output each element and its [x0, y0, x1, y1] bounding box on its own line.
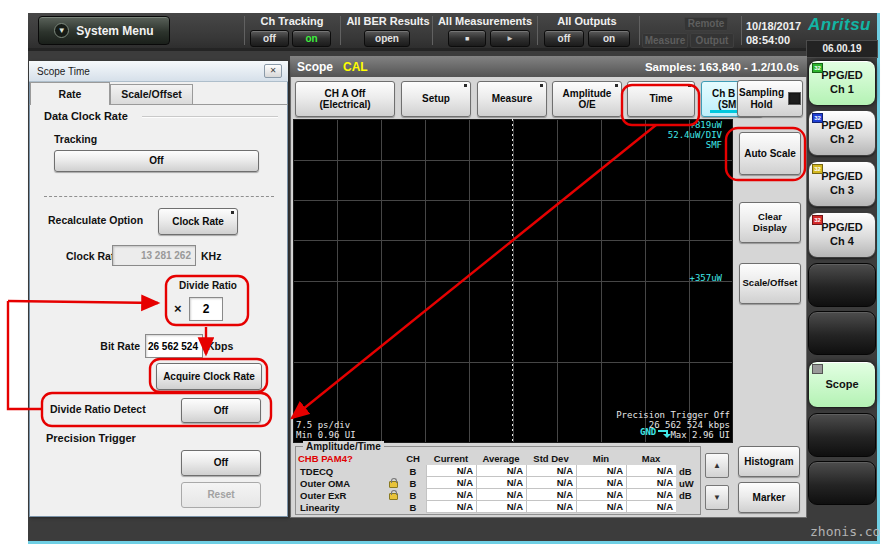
cell-max: N/A: [626, 465, 676, 477]
toolbar-amplitude-oe-button[interactable]: Amplitude O/E: [552, 81, 622, 117]
histogram-button[interactable]: Histogram: [738, 446, 800, 477]
clear-display-button[interactable]: Clear Display: [739, 202, 801, 243]
cell-min: N/A: [576, 501, 626, 513]
system-menu-dropdown-icon: ▼: [54, 23, 69, 38]
toolbar-measure-button[interactable]: Measure: [477, 81, 547, 117]
all-measurements-label: All Measurements: [436, 15, 534, 27]
auto-scale-button[interactable]: Auto Scale: [739, 132, 801, 175]
bit-rate-label: Bit Rate: [92, 340, 140, 352]
col-max: Max: [626, 453, 676, 464]
ch-tracking-on-button[interactable]: on: [292, 30, 331, 47]
play-icon: ►: [506, 34, 514, 43]
row-unit: dB: [676, 466, 700, 477]
cal-indicator: CAL: [343, 60, 368, 74]
toolbar-time-button[interactable]: Time: [627, 81, 695, 117]
scale-offset-button[interactable]: Scale/Offset: [739, 263, 801, 304]
close-icon: ✕: [270, 66, 277, 75]
graticule-center-line: [512, 119, 513, 443]
col-min: Min: [576, 453, 626, 464]
table-scroll-up-button[interactable]: ▲: [705, 453, 729, 478]
cell-current: N/A: [426, 501, 476, 513]
topbar-separator: [741, 16, 742, 45]
tab-scale-offset[interactable]: Scale/Offset: [110, 84, 193, 105]
cell-max: N/A: [626, 489, 676, 501]
date-display: 10/18/2017: [746, 20, 801, 32]
table-row: Linearity B N/A N/A N/A N/A N/A: [298, 501, 700, 513]
all-measurements-stop-button[interactable]: ■: [448, 30, 486, 47]
amplitude-line1: Amplitude: [563, 88, 612, 100]
ch3-label-line1: PPG/ED: [821, 170, 863, 184]
acquire-clock-rate-button[interactable]: Acquire Clock Rate: [156, 363, 262, 390]
row-name: Outer OMA: [298, 478, 386, 489]
sampling-hold-label: Sampling Hold: [739, 87, 784, 110]
sidebar-empty-slot: [808, 461, 876, 505]
toolbar-cha-button[interactable]: CH A Off (Electrical): [295, 81, 395, 117]
divide-ratio-detect-button[interactable]: Off: [181, 398, 261, 423]
all-measurements-start-button[interactable]: ►: [490, 30, 530, 47]
topbar-separator: [340, 16, 341, 45]
gnd-label: GND: [640, 427, 656, 437]
measure-status-label: Measure: [642, 33, 688, 48]
dialog-title-bar[interactable]: Scope Time: [29, 61, 288, 82]
ch2-label-line2: Ch 2: [830, 133, 854, 147]
bit-rate-unit: Kbps: [207, 340, 233, 352]
ch1-label-line1: PPG/ED: [821, 69, 863, 83]
sidebar-tab-ppged-ch4[interactable]: 32 PPG/ED Ch 4: [808, 212, 876, 258]
sampling-hold-indicator[interactable]: [788, 92, 801, 105]
ch1-label-line2: Ch 1: [830, 83, 854, 97]
cell-stddev: N/A: [526, 501, 576, 513]
all-ber-results-label: All BER Results: [344, 15, 432, 27]
output-status-label: Output: [690, 33, 734, 48]
precision-trigger-reset-button[interactable]: Reset: [181, 482, 261, 508]
row-unit: uW: [676, 478, 700, 489]
table-group-label: CHB PAM4?: [298, 453, 400, 464]
heading-rule: [142, 116, 278, 118]
cell-stddev: N/A: [526, 477, 576, 489]
all-outputs-off-button[interactable]: off: [544, 30, 584, 47]
all-ber-open-button[interactable]: open: [364, 30, 410, 47]
table-scroll-down-button[interactable]: ▼: [705, 485, 729, 510]
trace-scale-readout: +819uW 52.4uW/DIV SMF: [580, 120, 722, 150]
bit-rate-input[interactable]: 26 562 524: [145, 334, 203, 358]
sidebar-tab-ppged-ch2[interactable]: 32 PPG/ED Ch 2: [808, 110, 876, 156]
measure-label: Measure: [492, 93, 533, 105]
all-outputs-on-button[interactable]: on: [588, 30, 630, 47]
sidebar-empty-slot: [808, 311, 876, 355]
sidebar-tab-ppged-ch1[interactable]: 32 PPG/ED Ch 1: [808, 60, 876, 106]
data-clock-rate-heading: Data Clock Rate: [44, 110, 128, 122]
ch1-module-badge: 32: [812, 63, 823, 73]
dialog-close-button[interactable]: ✕: [264, 64, 282, 78]
amplitude-time-legend: Amplitude/Time: [303, 441, 384, 452]
marker-level-readout: +357uW: [620, 273, 722, 283]
cell-min: N/A: [576, 465, 626, 477]
amplitude-line2: O/E: [578, 99, 595, 111]
sampling-line2: Hold: [750, 99, 772, 110]
system-menu-button[interactable]: ▼ System Menu: [38, 16, 170, 45]
cell-average: N/A: [476, 489, 526, 501]
cell-current: N/A: [426, 465, 476, 477]
sampling-hold-button[interactable]: Sampling Hold: [737, 80, 803, 117]
row-ch: B: [400, 502, 426, 513]
remote-status-label: Remote: [684, 17, 728, 31]
sidebar-tab-scope[interactable]: Scope: [808, 361, 876, 408]
divide-ratio-input[interactable]: 2: [189, 297, 223, 321]
all-outputs-label: All Outputs: [540, 15, 634, 27]
sidebar-tab-ppged-ch3[interactable]: 32 PPG/ED Ch 3: [808, 161, 876, 207]
tracking-toggle-button[interactable]: Off: [54, 150, 259, 172]
precision-trigger-button[interactable]: Off: [181, 450, 261, 476]
marker-button[interactable]: Marker: [738, 482, 800, 513]
ch4-module-badge: 32: [812, 215, 823, 225]
recalculate-option-button[interactable]: Clock Rate: [158, 208, 238, 235]
toolbar-setup-button[interactable]: Setup: [401, 81, 471, 117]
dialog-title: Scope Time: [37, 66, 90, 77]
divide-ratio-label: Divide Ratio: [170, 280, 246, 291]
tab-rate[interactable]: Rate: [30, 82, 110, 105]
topbar-separator: [639, 16, 640, 45]
col-current: Current: [426, 453, 476, 464]
gnd-arrow-icon: [658, 430, 668, 437]
ch-tracking-off-button[interactable]: off: [250, 30, 289, 47]
samples-readout: Samples: 163,840 - 1.2/10.0s: [645, 61, 799, 73]
gnd-marker: GND: [640, 427, 668, 437]
cell-stddev: N/A: [526, 489, 576, 501]
cell-average: N/A: [476, 477, 526, 489]
